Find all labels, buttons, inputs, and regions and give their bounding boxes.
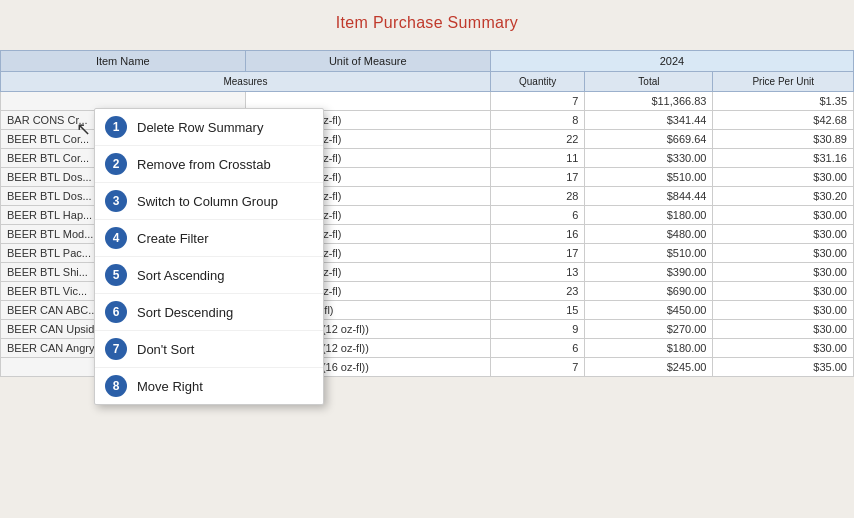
menu-item-3[interactable]: 3 Switch to Column Group	[95, 183, 323, 220]
total-cell: $510.00	[585, 168, 713, 187]
quantity-cell: 6	[490, 339, 585, 358]
total-cell: $390.00	[585, 263, 713, 282]
menu-number-4: 4	[105, 227, 127, 249]
menu-label-7: Don't Sort	[137, 342, 194, 357]
menu-number-2: 2	[105, 153, 127, 175]
menu-number-6: 6	[105, 301, 127, 323]
fiscal-year-header: 2024	[490, 51, 853, 72]
menu-label-4: Create Filter	[137, 231, 209, 246]
total-cell: $510.00	[585, 244, 713, 263]
menu-label-3: Switch to Column Group	[137, 194, 278, 209]
price-cell: $30.89	[713, 130, 854, 149]
total-cell: $270.00	[585, 320, 713, 339]
quantity-cell: 9	[490, 320, 585, 339]
price-cell: $35.00	[713, 358, 854, 377]
total-cell: $450.00	[585, 301, 713, 320]
page-container: Item Purchase Summary Item Name Unit of …	[0, 0, 854, 518]
menu-label-6: Sort Descending	[137, 305, 233, 320]
total-cell: $245.00	[585, 358, 713, 377]
total-cell: $11,366.83	[585, 92, 713, 111]
price-cell: $31.16	[713, 149, 854, 168]
price-cell: $30.20	[713, 187, 854, 206]
quantity-cell: 11	[490, 149, 585, 168]
quantity-cell: 13	[490, 263, 585, 282]
total-cell: $690.00	[585, 282, 713, 301]
unit-header: Unit of Measure	[245, 51, 490, 72]
price-cell: $30.00	[713, 168, 854, 187]
price-cell: $30.00	[713, 282, 854, 301]
quantity-cell: 6	[490, 206, 585, 225]
qty-header: Quantity	[490, 72, 585, 92]
quantity-cell: 7	[490, 92, 585, 111]
menu-number-1: 1	[105, 116, 127, 138]
price-cell: $1.35	[713, 92, 854, 111]
quantity-cell: 28	[490, 187, 585, 206]
quantity-cell: 16	[490, 225, 585, 244]
price-cell: $30.00	[713, 301, 854, 320]
menu-item-1[interactable]: 1 Delete Row Summary	[95, 109, 323, 146]
total-cell: $180.00	[585, 206, 713, 225]
menu-item-5[interactable]: 5 Sort Ascending	[95, 257, 323, 294]
menu-item-7[interactable]: 7 Don't Sort	[95, 331, 323, 368]
total-cell: $341.44	[585, 111, 713, 130]
total-cell: $480.00	[585, 225, 713, 244]
measures-label: Measures	[1, 72, 491, 92]
quantity-cell: 17	[490, 168, 585, 187]
menu-item-4[interactable]: 4 Create Filter	[95, 220, 323, 257]
menu-label-8: Move Right	[137, 379, 203, 394]
price-header: Price Per Unit	[713, 72, 854, 92]
price-cell: $30.00	[713, 244, 854, 263]
price-cell: $30.00	[713, 339, 854, 358]
price-cell: $30.00	[713, 263, 854, 282]
menu-item-8[interactable]: 8 Move Right	[95, 368, 323, 404]
price-cell: $30.00	[713, 225, 854, 244]
item-name-header: Item Name	[1, 51, 246, 72]
quantity-cell: 7	[490, 358, 585, 377]
total-cell: $844.44	[585, 187, 713, 206]
price-cell: $42.68	[713, 111, 854, 130]
total-cell: $180.00	[585, 339, 713, 358]
quantity-cell: 23	[490, 282, 585, 301]
menu-item-6[interactable]: 6 Sort Descending	[95, 294, 323, 331]
context-menu: 1 Delete Row Summary 2 Remove from Cross…	[94, 108, 324, 405]
page-title: Item Purchase Summary	[0, 0, 854, 42]
total-cell: $669.64	[585, 130, 713, 149]
total-header: Total	[585, 72, 713, 92]
quantity-cell: 8	[490, 111, 585, 130]
menu-label-5: Sort Ascending	[137, 268, 224, 283]
menu-label-1: Delete Row Summary	[137, 120, 263, 135]
quantity-cell: 15	[490, 301, 585, 320]
menu-label-2: Remove from Crosstab	[137, 157, 271, 172]
menu-number-5: 5	[105, 264, 127, 286]
menu-number-8: 8	[105, 375, 127, 397]
price-cell: $30.00	[713, 206, 854, 225]
menu-number-7: 7	[105, 338, 127, 360]
price-cell: $30.00	[713, 320, 854, 339]
quantity-cell: 22	[490, 130, 585, 149]
total-cell: $330.00	[585, 149, 713, 168]
menu-item-2[interactable]: 2 Remove from Crosstab	[95, 146, 323, 183]
menu-number-3: 3	[105, 190, 127, 212]
quantity-cell: 17	[490, 244, 585, 263]
